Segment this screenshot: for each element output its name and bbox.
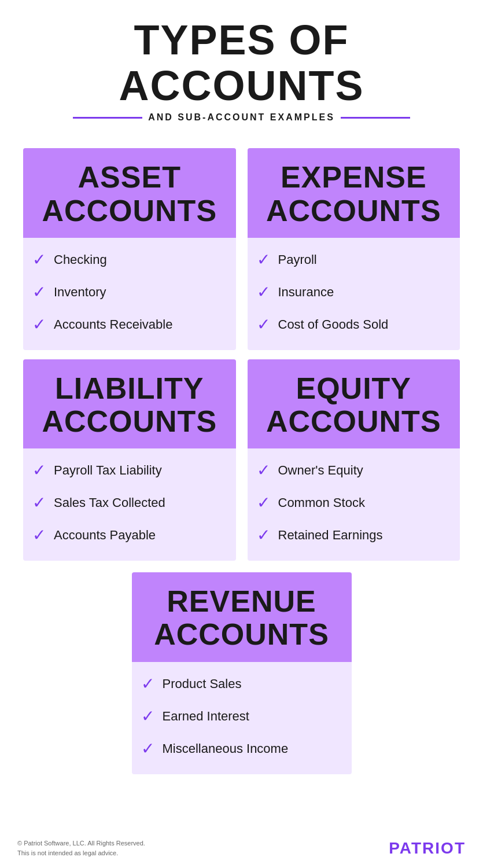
footer: © Patriot Software, LLC. All Rights Rese… xyxy=(17,838,466,858)
expense-card-body: ✓ Payroll ✓ Insurance ✓ Cost of Goods So… xyxy=(248,238,460,350)
check-icon: ✓ xyxy=(257,495,270,511)
subtitle-line-left xyxy=(73,117,142,119)
check-icon: ✓ xyxy=(32,284,46,300)
subtitle-wrapper: AND SUB-ACCOUNT EXAMPLES xyxy=(23,112,460,123)
item-label: Sales Tax Collected xyxy=(54,495,165,510)
equity-card-body: ✓ Owner's Equity ✓ Common Stock ✓ Retain… xyxy=(248,448,460,561)
item-label: Retained Earnings xyxy=(278,528,383,543)
item-label: Inventory xyxy=(54,285,106,300)
liability-card-body: ✓ Payroll Tax Liability ✓ Sales Tax Coll… xyxy=(23,448,236,561)
list-item: ✓ Cost of Goods Sold xyxy=(257,308,451,341)
header: TYPES OF ACCOUNTS AND SUB-ACCOUNT EXAMPL… xyxy=(12,0,471,139)
list-item: ✓ Earned Interest xyxy=(141,700,342,733)
list-item: ✓ Checking xyxy=(32,244,227,276)
page: TYPES OF ACCOUNTS AND SUB-ACCOUNT EXAMPL… xyxy=(0,0,483,868)
asset-card-title: ASSETACCOUNTS xyxy=(32,161,227,227)
item-label: Cost of Goods Sold xyxy=(278,317,389,332)
equity-card-header: EQUITYACCOUNTS xyxy=(248,359,460,448)
item-label: Payroll xyxy=(278,252,317,267)
list-item: ✓ Accounts Receivable xyxy=(32,308,227,341)
equity-card: EQUITYACCOUNTS ✓ Owner's Equity ✓ Common… xyxy=(248,359,460,561)
item-label: Payroll Tax Liability xyxy=(54,463,162,478)
check-icon: ✓ xyxy=(141,676,154,692)
list-item: ✓ Miscellaneous Income xyxy=(141,733,342,765)
list-item: ✓ Accounts Payable xyxy=(32,519,227,551)
revenue-card: REVENUEACCOUNTS ✓ Product Sales ✓ Earned… xyxy=(132,572,352,774)
revenue-card-body: ✓ Product Sales ✓ Earned Interest ✓ Misc… xyxy=(132,662,352,774)
list-item: ✓ Insurance xyxy=(257,276,451,308)
footer-copyright: © Patriot Software, LLC. All Rights Rese… xyxy=(17,838,145,858)
footer-brand: PATRIOT xyxy=(389,839,466,858)
item-label: Owner's Equity xyxy=(278,463,363,478)
check-icon: ✓ xyxy=(32,462,46,479)
item-label: Earned Interest xyxy=(163,709,249,724)
liability-card-header: LIABILITYACCOUNTS xyxy=(23,359,236,448)
list-item: ✓ Retained Earnings xyxy=(257,519,451,551)
check-icon: ✓ xyxy=(32,495,46,511)
asset-card: ASSETACCOUNTS ✓ Checking ✓ Inventory ✓ A… xyxy=(23,148,236,350)
check-icon: ✓ xyxy=(32,527,46,543)
check-icon: ✓ xyxy=(257,462,270,479)
check-icon: ✓ xyxy=(141,708,154,724)
expense-card-title: EXPENSEACCOUNTS xyxy=(257,161,451,227)
item-label: Insurance xyxy=(278,285,334,300)
item-label: Product Sales xyxy=(163,676,242,692)
subtitle: AND SUB-ACCOUNT EXAMPLES xyxy=(148,112,335,123)
check-icon: ✓ xyxy=(257,527,270,543)
check-icon: ✓ xyxy=(257,252,270,268)
row-1: ASSETACCOUNTS ✓ Checking ✓ Inventory ✓ A… xyxy=(23,148,460,350)
check-icon: ✓ xyxy=(257,317,270,333)
main-title: TYPES OF ACCOUNTS xyxy=(23,17,460,109)
list-item: ✓ Owner's Equity xyxy=(257,454,451,487)
asset-card-header: ASSETACCOUNTS xyxy=(23,148,236,237)
row-3: REVENUEACCOUNTS ✓ Product Sales ✓ Earned… xyxy=(23,572,460,774)
subtitle-line-right xyxy=(341,117,410,119)
item-label: Common Stock xyxy=(278,495,365,510)
list-item: ✓ Inventory xyxy=(32,276,227,308)
asset-card-body: ✓ Checking ✓ Inventory ✓ Accounts Receiv… xyxy=(23,238,236,350)
row-2: LIABILITYACCOUNTS ✓ Payroll Tax Liabilit… xyxy=(23,359,460,561)
liability-card-title: LIABILITYACCOUNTS xyxy=(32,372,227,438)
list-item: ✓ Payroll Tax Liability xyxy=(32,454,227,487)
list-item: ✓ Product Sales xyxy=(141,668,342,700)
list-item: ✓ Common Stock xyxy=(257,487,451,519)
item-label: Accounts Receivable xyxy=(54,317,172,332)
list-item: ✓ Payroll xyxy=(257,244,451,276)
expense-card: EXPENSEACCOUNTS ✓ Payroll ✓ Insurance ✓ … xyxy=(248,148,460,350)
equity-card-title: EQUITYACCOUNTS xyxy=(257,372,451,438)
check-icon: ✓ xyxy=(32,317,46,333)
item-label: Checking xyxy=(54,252,107,267)
expense-card-header: EXPENSEACCOUNTS xyxy=(248,148,460,237)
item-label: Accounts Payable xyxy=(54,528,156,543)
list-item: ✓ Sales Tax Collected xyxy=(32,487,227,519)
liability-card: LIABILITYACCOUNTS ✓ Payroll Tax Liabilit… xyxy=(23,359,236,561)
revenue-card-title: REVENUEACCOUNTS xyxy=(141,585,342,651)
revenue-card-header: REVENUEACCOUNTS xyxy=(132,572,352,661)
check-icon: ✓ xyxy=(257,284,270,300)
check-icon: ✓ xyxy=(141,741,154,757)
check-icon: ✓ xyxy=(32,252,46,268)
item-label: Miscellaneous Income xyxy=(163,741,289,756)
